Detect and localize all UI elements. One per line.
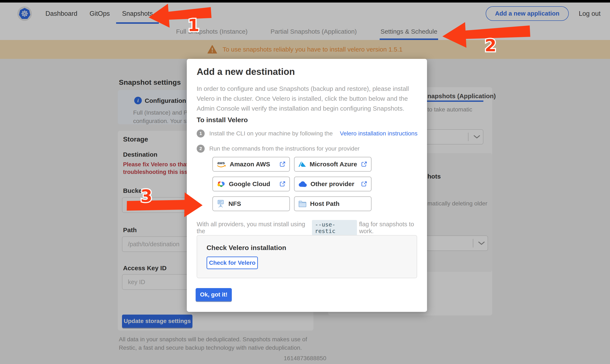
provider-name: Host Path xyxy=(310,200,367,207)
provider-name: NFS xyxy=(228,200,286,207)
check-for-velero-button[interactable]: Check for Velero xyxy=(207,257,258,269)
provider-name: Microsoft Azure xyxy=(310,161,358,168)
provider-grid: aws Amazon AWS Microsoft Azure xyxy=(212,157,372,211)
ok-got-it-button[interactable]: Ok, got it! xyxy=(196,288,232,301)
use-restic-flag-chip: --use-restic xyxy=(312,220,357,235)
aws-logo-icon: aws xyxy=(217,161,226,168)
install-step-1: 1 Install the CLI on your machine by fol… xyxy=(197,130,417,138)
restic-note: With all providers, you must install usi… xyxy=(197,220,427,235)
annotation-number-2: 2 xyxy=(480,34,501,56)
azure-logo-icon xyxy=(298,161,306,168)
install-velero-heading: To install Velero xyxy=(197,116,248,124)
screen: ☸ Dashboard GitOps Snapshots Add a new a… xyxy=(0,0,610,364)
cloud-icon xyxy=(298,181,307,187)
modal-intro-line1: In order to configure and use Snapshots … xyxy=(197,84,409,94)
modal-intro-line3: Admin Console will verify the installati… xyxy=(197,104,409,113)
check-velero-section: Check Velero installation Check for Vele… xyxy=(197,235,417,278)
provider-nfs-button[interactable]: NFS xyxy=(212,196,290,211)
nfs-network-drive-icon xyxy=(217,200,225,208)
check-velero-title: Check Velero installation xyxy=(207,244,286,252)
add-destination-modal: Add a new destination In order to config… xyxy=(187,59,427,312)
provider-host-path-button[interactable]: Host Path xyxy=(294,196,371,211)
svg-text:3: 3 xyxy=(141,186,152,206)
folder-icon xyxy=(298,200,307,207)
modal-title: Add a new destination xyxy=(197,66,295,77)
annotation-number-1: 1 xyxy=(183,14,204,36)
provider-name: Other provider xyxy=(311,181,358,188)
external-link-icon xyxy=(279,161,286,167)
step-1-badge: 1 xyxy=(197,130,205,138)
provider-google-cloud-button[interactable]: Google Cloud xyxy=(212,177,290,191)
svg-text:2: 2 xyxy=(485,36,496,55)
step-1-text: Install the CLI on your machine by follo… xyxy=(209,130,333,137)
provider-microsoft-azure-button[interactable]: Microsoft Azure xyxy=(294,157,371,172)
provider-amazon-aws-button[interactable]: aws Amazon AWS xyxy=(212,157,290,172)
provider-name: Google Cloud xyxy=(229,181,276,188)
step-2-text: Run the commands from the instructions f… xyxy=(209,145,360,152)
annotation-number-3: 3 xyxy=(136,185,156,207)
external-link-icon xyxy=(361,161,367,167)
restic-note-post: flag for snapshots to work. xyxy=(359,221,427,235)
provider-other-button[interactable]: Other provider xyxy=(294,177,371,191)
modal-intro-line2: Velero in the cluster. Once Velero is in… xyxy=(197,94,409,104)
external-link-icon xyxy=(279,181,286,187)
svg-text:1: 1 xyxy=(188,15,199,35)
external-link-icon xyxy=(361,181,367,187)
velero-instructions-link[interactable]: Velero installation instructions xyxy=(340,130,417,137)
svg-text:aws: aws xyxy=(217,161,225,165)
install-step-2: 2 Run the commands from the instructions… xyxy=(197,145,360,153)
step-2-badge: 2 xyxy=(197,145,205,153)
modal-intro: In order to configure and use Snapshots … xyxy=(197,84,409,113)
provider-name: Amazon AWS xyxy=(230,161,276,168)
google-cloud-logo-icon xyxy=(217,181,225,187)
restic-note-pre: With all providers, you must install usi… xyxy=(197,221,310,235)
